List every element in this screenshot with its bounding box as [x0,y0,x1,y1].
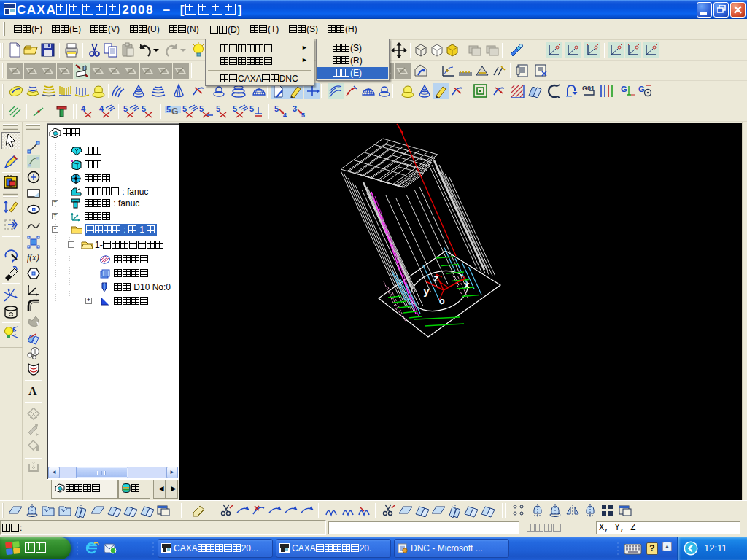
svg-text:5: 5 [216,104,220,113]
svg-text:G: G [638,85,645,93]
svg-text:x: x [464,280,470,291]
svg-text:4: 4 [99,104,104,113]
svg-text:5: 5 [274,104,279,113]
svg-text:5: 5 [301,112,305,119]
svg-text:G: G [621,85,627,93]
svg-text:5: 5 [166,105,171,114]
svg-text:5: 5 [249,104,254,113]
svg-text:3: 3 [293,104,297,113]
svg-text:G: G [171,106,178,117]
svg-text:5: 5 [199,104,204,113]
svg-text:z: z [433,273,439,284]
svg-text:o: o [439,296,445,307]
svg-text:A: A [28,385,37,397]
svg-text:4: 4 [81,104,86,113]
svg-text:f(x): f(x) [27,252,39,262]
svg-text:G01: G01 [582,85,595,92]
svg-text:5: 5 [182,104,187,113]
svg-text:y: y [423,286,430,298]
svg-text:4: 4 [283,112,287,119]
svg-text:5: 5 [233,104,237,113]
svg-text:5: 5 [123,104,128,113]
svg-text:5: 5 [142,104,146,113]
